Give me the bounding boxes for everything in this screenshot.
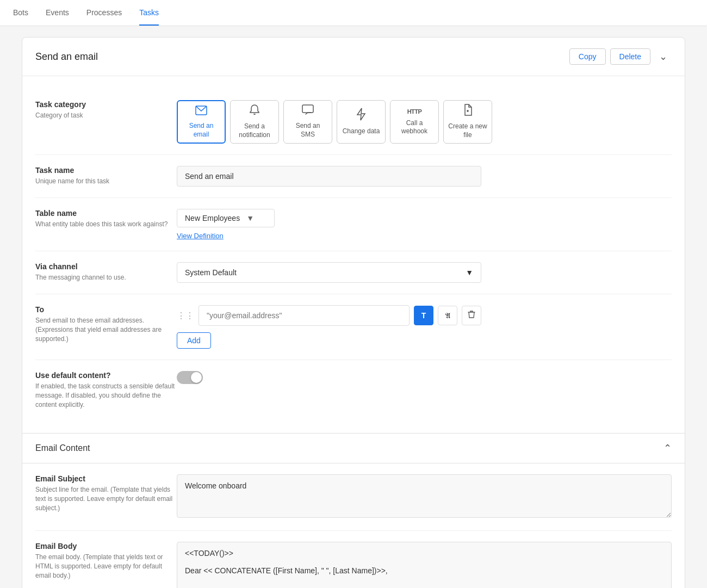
task-card: Send an email Copy Delete ⌄ Task categor…	[22, 37, 685, 588]
email-subject-control: Welcome onboard	[177, 474, 672, 519]
table-name-hint: What entity table does this task work ag…	[35, 220, 177, 229]
cat-btn-change-data-label: Change data	[343, 127, 380, 136]
cat-btn-send-notification-label: Send a notification	[235, 122, 274, 139]
cat-btn-send-sms[interactable]: Send an SMS	[283, 100, 332, 144]
expression-type-button[interactable]: 𝔄	[438, 306, 457, 325]
email-body-hint: The email body. (Template that yields te…	[35, 553, 177, 580]
view-definition-link[interactable]: View Definition	[177, 232, 672, 240]
cat-btn-send-email[interactable]: Send an email	[177, 100, 226, 144]
expression-icon: 𝔄	[445, 311, 450, 320]
via-channel-dropdown[interactable]: System Default ▼	[177, 262, 481, 283]
card-body: Task category Category of task	[22, 76, 685, 433]
email-subject-input[interactable]: Welcome onboard	[177, 474, 672, 518]
bell-icon	[249, 104, 260, 119]
trash-icon	[468, 310, 475, 321]
task-category-label: Task category	[35, 100, 177, 109]
use-default-content-label-col: Use default content? If enabled, the tas…	[35, 371, 177, 409]
collapse-card-button[interactable]: ⌄	[655, 48, 672, 65]
card-header: Send an email Copy Delete ⌄	[22, 38, 685, 76]
http-icon: HTTP	[407, 108, 422, 115]
to-email-input[interactable]	[199, 305, 410, 326]
chat-icon	[302, 104, 314, 119]
cat-btn-send-notification[interactable]: Send a notification	[230, 100, 279, 144]
collapse-email-content-button[interactable]: ⌃	[663, 442, 672, 454]
add-to-button[interactable]: Add	[177, 332, 211, 349]
nav-processes[interactable]: Processes	[86, 1, 122, 26]
email-content-body: Email Subject Subject line for the email…	[22, 463, 685, 588]
use-default-content-hint: If enabled, the task constructs a sensib…	[35, 382, 177, 409]
drag-handle-icon[interactable]: ⋮⋮	[177, 311, 194, 321]
via-channel-control: System Default ▼	[177, 262, 672, 283]
cat-btn-create-file[interactable]: Create a new file	[443, 100, 492, 144]
task-name-label-col: Task name Unique name for this task	[35, 166, 177, 186]
to-field-container: ⋮⋮ T 𝔄	[177, 305, 481, 326]
email-subject-hint: Subject line for the email. (Template th…	[35, 485, 177, 512]
nav-bots[interactable]: Bots	[13, 1, 28, 26]
table-name-dropdown[interactable]: New Employees ▼	[177, 209, 275, 227]
email-subject-row: Email Subject Subject line for the email…	[35, 463, 672, 531]
via-channel-label-col: Via channel The messaging channel to use…	[35, 262, 177, 282]
email-content-section-header: Email Content ⌃	[22, 433, 685, 463]
task-name-hint: Unique name for this task	[35, 177, 177, 186]
svg-rect-1	[302, 105, 313, 113]
svg-marker-2	[357, 108, 365, 120]
task-category-label-col: Task category Category of task	[35, 100, 177, 120]
chevron-down-icon: ▼	[246, 214, 254, 222]
task-name-label: Task name	[35, 166, 177, 175]
table-name-control: New Employees ▼ View Definition	[177, 209, 672, 240]
cat-btn-call-webhook-label: Call a webhook	[395, 119, 434, 136]
email-body-label-col: Email Body The email body. (Template tha…	[35, 542, 177, 580]
file-icon	[463, 104, 473, 119]
delete-to-button[interactable]	[462, 306, 481, 325]
via-channel-hint: The messaging channel to use.	[35, 273, 177, 282]
email-content-title: Email Content	[35, 443, 90, 453]
delete-button[interactable]: Delete	[610, 48, 650, 65]
task-category-hint: Category of task	[35, 111, 177, 120]
header-actions: Copy Delete ⌄	[569, 48, 672, 65]
text-type-button[interactable]: T	[414, 306, 433, 325]
use-default-content-label: Use default content?	[35, 371, 177, 380]
cat-btn-send-sms-label: Send an SMS	[288, 122, 327, 139]
toggle-thumb	[191, 372, 202, 383]
email-body-control: <<TODAY()>> Dear << CONCATENATE ([First …	[177, 542, 672, 588]
to-label: To	[35, 305, 177, 314]
email-subject-label-col: Email Subject Subject line for the email…	[35, 474, 177, 512]
nav-tasks[interactable]: Tasks	[139, 1, 159, 26]
category-buttons: Send an email Send a notification	[177, 100, 672, 144]
top-nav: Bots Events Processes Tasks	[0, 0, 707, 26]
use-default-content-toggle[interactable]	[177, 371, 203, 384]
cat-btn-change-data[interactable]: Change data	[337, 100, 386, 144]
via-channel-label: Via channel	[35, 262, 177, 271]
via-channel-chevron-icon: ▼	[466, 268, 473, 277]
cat-btn-call-webhook[interactable]: HTTP Call a webhook	[390, 100, 439, 144]
use-default-content-control	[177, 371, 672, 384]
table-name-value: New Employees	[185, 214, 240, 222]
cat-btn-send-email-label: Send an email	[182, 122, 220, 139]
main-container: Send an email Copy Delete ⌄ Task categor…	[11, 26, 696, 588]
task-category-control: Send an email Send a notification	[177, 100, 672, 144]
via-channel-row: Via channel The messaging channel to use…	[35, 251, 672, 294]
via-channel-value: System Default	[185, 268, 237, 277]
card-title: Send an email	[35, 51, 98, 63]
email-body-row: Email Body The email body. (Template tha…	[35, 531, 672, 588]
table-name-row: Table name What entity table does this t…	[35, 198, 672, 251]
toggle-container	[177, 371, 672, 384]
table-name-label-col: Table name What entity table does this t…	[35, 209, 177, 229]
text-icon: T	[421, 311, 426, 320]
email-icon	[195, 104, 207, 119]
email-body-input[interactable]: <<TODAY()>> Dear << CONCATENATE ([First …	[177, 542, 672, 588]
copy-button[interactable]: Copy	[569, 48, 606, 65]
email-body-label: Email Body	[35, 542, 177, 550]
task-category-row: Task category Category of task	[35, 89, 672, 155]
task-name-control	[177, 166, 672, 187]
use-default-content-row: Use default content? If enabled, the tas…	[35, 360, 672, 420]
cat-btn-create-file-label: Create a new file	[448, 122, 487, 139]
task-name-input[interactable]	[177, 166, 481, 187]
to-control: ⋮⋮ T 𝔄	[177, 305, 672, 349]
task-name-row: Task name Unique name for this task	[35, 155, 672, 198]
to-hint: Send email to these email addresses. (Ex…	[35, 316, 177, 343]
nav-events[interactable]: Events	[46, 1, 69, 26]
lightning-icon	[356, 108, 366, 124]
to-label-col: To Send email to these email addresses. …	[35, 305, 177, 343]
email-subject-label: Email Subject	[35, 474, 177, 483]
